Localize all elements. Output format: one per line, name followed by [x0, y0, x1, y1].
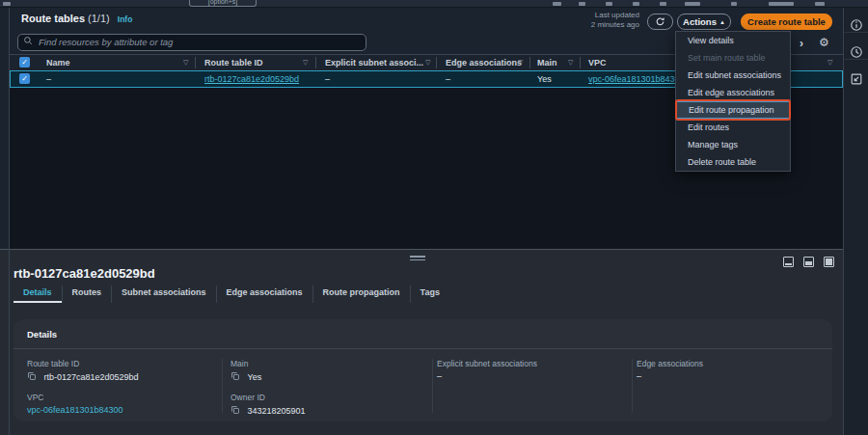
panel-tabs: Details Routes Subnet associations Edge … — [14, 285, 449, 303]
settings-icon[interactable] — [633, 2, 639, 6]
details-column-3: Explicit subnet associations – — [437, 359, 625, 391]
details-column-divider — [632, 359, 633, 413]
tab-tags[interactable]: Tags — [410, 285, 449, 303]
vpc-link[interactable]: vpc-06fea181301b84300 — [588, 74, 685, 84]
copy-icon[interactable] — [27, 373, 40, 383]
field-main: Main Yes — [231, 359, 423, 383]
route-table-id-link[interactable]: rtb-0127ca81e2d0529bd — [204, 74, 299, 84]
info-panel-icon[interactable] — [850, 18, 863, 32]
region-selector[interactable] — [685, 2, 700, 6]
cell-main: Yes — [537, 74, 552, 84]
sort-icon[interactable]: ▽ — [518, 59, 523, 67]
tab-routes[interactable]: Routes — [62, 285, 112, 303]
menu-item-set-main-route-table: Set main route table — [676, 49, 790, 67]
column-header-name[interactable]: Name — [46, 58, 70, 68]
column-header-vpc[interactable]: VPC — [588, 58, 607, 68]
search-input[interactable] — [17, 34, 366, 51]
preferences-gear-icon[interactable]: ⚙ — [819, 36, 829, 49]
account-menu[interactable] — [769, 2, 794, 6]
topbar-partial-icon — [815, 2, 825, 6]
apps-icon[interactable] — [660, 2, 666, 6]
right-side-rail — [843, 8, 868, 435]
refresh-icon — [655, 16, 665, 27]
rail-divider — [844, 59, 868, 60]
copy-icon[interactable] — [231, 407, 243, 417]
column-divider — [529, 57, 530, 68]
sort-icon[interactable]: ▽ — [568, 59, 573, 67]
column-header-main[interactable]: Main — [537, 58, 557, 68]
actions-button[interactable]: Actions▲ — [677, 14, 731, 30]
pagination-next-icon[interactable]: › — [800, 37, 803, 50]
column-divider — [436, 57, 437, 68]
details-column-1: Route table ID rtb-0127ca81e2d0529bd VPC… — [27, 359, 218, 424]
details-column-2: Main Yes Owner ID 343218205901 — [231, 359, 423, 426]
column-header-edge-associations[interactable]: Edge associations — [446, 58, 522, 68]
cell-edge-associations: – — [446, 74, 450, 84]
menu-item-edit-route-propagation[interactable]: Edit route propagation — [676, 101, 790, 119]
panel-size-half-button[interactable] — [803, 257, 814, 267]
details-column-divider — [432, 359, 433, 413]
search-shortcut-hint: [option+s] — [189, 0, 257, 7]
help-icon[interactable] — [606, 2, 612, 6]
actions-dropdown-menu: View details Set main route table Edit s… — [675, 31, 791, 172]
field-route-table-id: Route table ID rtb-0127ca81e2d0529bd — [27, 359, 218, 383]
notifications-icon[interactable] — [579, 2, 585, 6]
refresh-button[interactable] — [647, 14, 673, 30]
search-field-wrap — [17, 32, 366, 49]
topbar-divider — [731, 2, 737, 6]
panel-size-small-button[interactable] — [783, 257, 794, 267]
column-divider — [315, 57, 316, 68]
menu-item-edit-routes[interactable]: Edit routes — [676, 119, 790, 136]
panel-drag-handle[interactable] — [410, 256, 425, 261]
resource-count: (1/1) — [88, 13, 110, 24]
column-divider — [580, 57, 581, 68]
page-title: Route tables (1/1) Info — [21, 13, 132, 24]
field-owner-id: Owner ID 343218205901 — [231, 393, 423, 417]
last-updated-text: Last updated 2 minutes ago — [567, 11, 639, 30]
details-card-heading: Details — [14, 319, 832, 349]
tab-route-propagation[interactable]: Route propagation — [312, 285, 410, 303]
field-explicit-subnet-associations: Explicit subnet associations – — [437, 359, 625, 381]
sort-icon[interactable]: ▽ — [827, 59, 832, 67]
tab-edge-associations[interactable]: Edge associations — [216, 285, 312, 303]
rail-divider — [844, 32, 868, 33]
sort-icon[interactable]: ▽ — [303, 59, 308, 67]
menu-item-edit-subnet-associations[interactable]: Edit subnet associations — [676, 67, 790, 84]
cell-explicit-subnet: – — [325, 74, 330, 84]
page-title-text: Route tables — [21, 13, 85, 24]
details-column-4: Edge associations – — [637, 359, 820, 391]
details-column-divider — [222, 359, 223, 413]
info-link[interactable]: Info — [118, 14, 133, 24]
details-card: Details Route table ID rtb-0127ca81e2d05… — [14, 319, 832, 421]
column-header-explicit-subnet[interactable]: Explicit subnet associ... — [325, 58, 423, 68]
tab-subnet-associations[interactable]: Subnet associations — [111, 285, 216, 303]
row-checkbox[interactable]: ✓ — [19, 73, 30, 84]
caret-up-icon: ▲ — [719, 19, 725, 25]
field-edge-associations: Edge associations – — [637, 359, 820, 381]
cloudshell-icon[interactable] — [553, 2, 561, 6]
topbar-partial-icon — [3, 2, 11, 6]
menu-item-delete-route-table[interactable]: Delete route table — [676, 153, 790, 171]
create-route-table-button[interactable]: Create route table — [741, 14, 832, 30]
search-icon — [23, 36, 33, 45]
select-all-checkbox[interactable]: ✓ — [19, 57, 30, 68]
tab-details[interactable]: Details — [14, 285, 62, 303]
menu-item-manage-tags[interactable]: Manage tags — [676, 136, 790, 153]
column-header-route-table-id[interactable]: Route table ID — [204, 58, 263, 68]
panel-title: rtb-0127ca81e2d0529bd — [14, 266, 155, 281]
vpc-detail-link[interactable]: vpc-06fea181301b84300 — [27, 405, 218, 415]
sort-icon[interactable]: ▽ — [425, 59, 430, 67]
global-top-nav: [option+s] — [0, 0, 868, 8]
menu-item-view-details[interactable]: View details — [676, 32, 790, 49]
sort-icon[interactable]: ▽ — [183, 59, 188, 67]
menu-item-label: Edit route propagation — [689, 105, 774, 115]
menu-item-edit-edge-associations[interactable]: Edit edge associations — [676, 84, 790, 101]
column-divider — [195, 57, 196, 68]
history-icon[interactable] — [850, 45, 863, 59]
panel-size-full-button[interactable] — [824, 257, 834, 267]
open-panel-icon[interactable] — [850, 72, 863, 86]
copy-icon[interactable] — [231, 373, 243, 383]
field-vpc: VPC vpc-06fea181301b84300 — [27, 393, 218, 415]
cell-name: – — [46, 74, 51, 84]
